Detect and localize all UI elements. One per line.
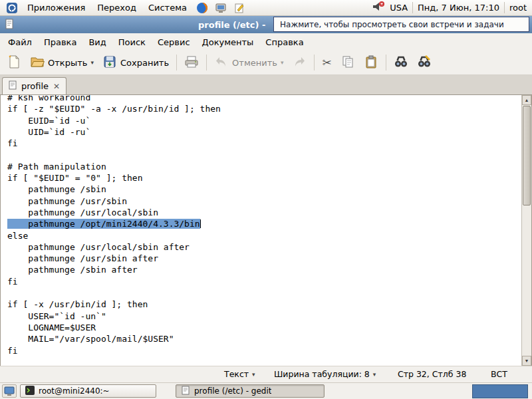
code-line: fi: [7, 276, 521, 287]
undo-button[interactable]: Отменить ▾: [210, 52, 287, 74]
editor-area: # ksh workaround if [ -z "$EUID" -a -x /…: [0, 95, 532, 366]
new-document-icon: [7, 55, 21, 71]
gedit-icon: [181, 386, 190, 397]
menu-help[interactable]: Справка: [259, 35, 309, 50]
text-editor-launcher-icon[interactable]: [231, 1, 248, 15]
chevron-down-icon: ▾: [373, 371, 376, 378]
menu-edit[interactable]: Правка: [38, 35, 82, 50]
code-line: pathmunge /sbin after: [7, 264, 521, 275]
menu-places[interactable]: Переход: [92, 1, 142, 14]
menu-file[interactable]: Файл: [2, 35, 38, 50]
redo-button[interactable]: [288, 52, 311, 74]
menubar: Файл Правка Вид Поиск Сервис Документы С…: [0, 33, 532, 51]
window-titlebar[interactable]: profile (/etc) - Нажмите, чтобы просмотр…: [0, 16, 532, 33]
panel-separator: [412, 2, 413, 13]
undo-icon: [214, 55, 229, 71]
selected-text: pathmunge /opt/mini2440/4.3.3/bin: [7, 219, 200, 229]
code-line: pathmunge /usr/local/sbin: [7, 207, 521, 218]
task-terminal[interactable]: root@mini2440:~: [20, 384, 156, 398]
code-line: fi: [7, 345, 521, 356]
highlight-mode-combo[interactable]: Текст▾: [224, 369, 255, 379]
toolbar-separator: [206, 55, 207, 70]
toolbar-separator: [176, 55, 177, 70]
new-document-button[interactable]: [3, 52, 25, 74]
top-panel-right: USA Пнд, 7 Июн, 17:10 root: [372, 1, 529, 15]
main-menu-icon[interactable]: [3, 1, 21, 15]
copy-icon: [340, 55, 355, 71]
text-editor[interactable]: # ksh workaround if [ -z "$EUID" -a -x /…: [1, 95, 521, 366]
tab-profile[interactable]: profile ✕: [2, 77, 66, 94]
firefox-launcher-icon[interactable]: [194, 1, 211, 15]
tab-bar: profile ✕: [0, 75, 532, 95]
chevron-down-icon: ▾: [90, 59, 94, 66]
tab-label: profile: [21, 81, 49, 91]
toolbar-separator: [314, 55, 315, 70]
bottom-taskbar: root@mini2440:~ profile (/etc) - gedit: [0, 382, 532, 399]
find-button[interactable]: [390, 52, 412, 74]
scrollbar-thumb[interactable]: [523, 106, 531, 205]
workspace-switcher[interactable]: [472, 384, 528, 398]
panel-separator: [504, 2, 505, 13]
code-line: MAIL="/var/spool/mail/$USER": [7, 333, 521, 344]
vertical-scrollbar[interactable]: ▲ ▼: [521, 95, 531, 366]
toolbar: Открыть ▾ Сохранить Отменить ▾ ✂: [0, 51, 532, 75]
code-line: pathmunge /usr/local/sbin after: [7, 241, 521, 253]
code-line: EUID=`id -u`: [7, 115, 521, 126]
menu-view[interactable]: Вид: [82, 35, 112, 50]
open-button[interactable]: Открыть ▾: [26, 52, 98, 74]
menu-applications[interactable]: Приложения: [22, 1, 90, 14]
toolbar-separator: [386, 55, 386, 70]
terminal-icon: [25, 386, 35, 397]
code-line: if [ -z "$EUID" -a -x /usr/bin/id ]; the…: [7, 103, 521, 114]
task-gedit[interactable]: profile (/etc) - gedit: [176, 384, 325, 398]
keyboard-layout-indicator[interactable]: USA: [390, 3, 408, 13]
scroll-up-icon[interactable]: ▲: [522, 95, 531, 105]
clipboard-icon: [364, 55, 378, 71]
replace-button[interactable]: [413, 52, 436, 74]
display-launcher-icon[interactable]: [212, 1, 229, 15]
clock-applet[interactable]: Пнд, 7 Июн, 17:10: [418, 3, 499, 13]
scissors-icon: ✂: [322, 56, 331, 69]
code-line: [7, 287, 521, 299]
copy-button[interactable]: [336, 52, 359, 74]
menu-search[interactable]: Поиск: [112, 35, 152, 50]
find-replace-icon: [417, 55, 432, 71]
redo-icon: [292, 55, 307, 71]
code-line: pathmunge /usr/sbin after: [7, 253, 521, 264]
chevron-down-icon: ▾: [252, 371, 255, 378]
cursor-position-label: Стр 32, Стлб 38: [398, 369, 466, 379]
text-cursor: [200, 219, 201, 228]
code-line: else: [7, 230, 521, 241]
code-line: fi: [7, 138, 521, 149]
print-button[interactable]: [180, 52, 203, 74]
code-line: LOGNAME=$USER: [7, 322, 521, 333]
scroll-down-icon[interactable]: ▼: [522, 356, 531, 366]
chevron-down-icon: ▾: [281, 59, 284, 66]
document-icon: [8, 80, 17, 92]
cut-button[interactable]: ✂: [318, 53, 335, 72]
volume-muted-icon[interactable]: [372, 1, 385, 15]
user-switcher[interactable]: root: [509, 3, 527, 13]
calendar-tooltip: Нажмите, чтобы просмотреть свои встречи …: [273, 17, 529, 32]
code-line: USER="`id -un`": [7, 311, 521, 322]
printer-icon: [184, 55, 199, 71]
menu-tools[interactable]: Сервис: [152, 35, 196, 50]
code-line: # Path manipulation: [7, 161, 521, 172]
binoculars-icon: [394, 55, 408, 71]
code-line: # ksh workaround: [7, 95, 521, 103]
tab-width-combo[interactable]: Ширина табуляции: 8▾: [274, 369, 376, 379]
menu-system[interactable]: Система: [143, 1, 192, 14]
code-line: pathmunge /sbin: [7, 184, 521, 195]
close-icon[interactable]: ✕: [53, 82, 61, 91]
save-button[interactable]: Сохранить: [98, 52, 173, 74]
menu-documents[interactable]: Документы: [196, 35, 260, 50]
desktop: Приложения Переход Система USA Пнд, 7 Ию…: [0, 0, 532, 399]
code-line: UID=`id -ru`: [7, 126, 521, 138]
code-line: if [ -x /usr/bin/id ]; then: [7, 299, 521, 310]
code-line: [7, 149, 521, 160]
statusbar: Текст▾ Ширина табуляции: 8▾ Стр 32, Стлб…: [0, 366, 532, 382]
show-desktop-button[interactable]: [2, 384, 17, 398]
open-folder-icon: [30, 55, 45, 71]
window-title: profile (/etc) -: [198, 20, 265, 30]
paste-button[interactable]: [360, 52, 382, 74]
